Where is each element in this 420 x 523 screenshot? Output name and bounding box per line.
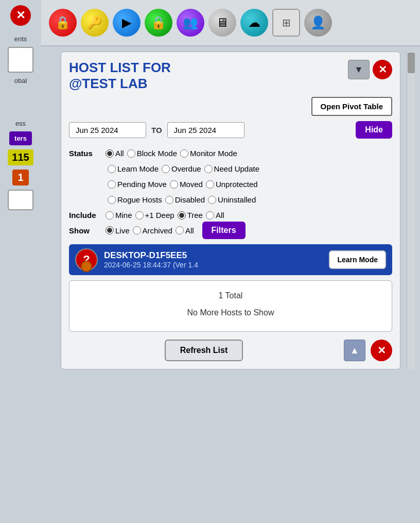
scrollbar-track[interactable] — [407, 52, 415, 369]
filter-funnel-button[interactable]: ▼ — [348, 60, 370, 79]
sidebar-close-button[interactable]: ✕ — [10, 5, 31, 26]
date-to-label: TO — [151, 126, 162, 134]
status-row-4: Rogue Hosts Disabled Uninstalled — [69, 192, 392, 208]
show-row: Show Live Archived All Filters — [69, 222, 392, 239]
status-need-update-option[interactable]: Need Update — [204, 161, 259, 177]
results-total: 1 Total — [80, 291, 381, 300]
host-datetime: 2024-06-25 18:44:37 (Ver 1.4 — [104, 261, 323, 269]
grid-icon[interactable]: ⊞ — [272, 9, 300, 37]
status-row-2: Learn Mode Overdue Need Update — [69, 161, 392, 177]
status-block-mode-option[interactable]: Block Mode — [127, 146, 177, 161]
results-no-more: No More Hosts to Show — [80, 308, 381, 317]
scrollbar-thumb[interactable] — [408, 53, 415, 73]
panel-header-icons: ▼ ✕ — [348, 60, 392, 79]
status-monitor-mode-option[interactable]: Monitor Mode — [180, 146, 237, 161]
panel-close-icon: ✕ — [378, 63, 387, 76]
show-archived-option[interactable]: Archived — [133, 226, 172, 235]
monitor-icon[interactable]: 🖥 — [208, 9, 236, 37]
top-toolbar: 🔒 🔑 ▶ 🔒 👥 🖥 ☁ ⊞ 👤 — [41, 0, 420, 46]
sidebar-square-1 — [8, 47, 33, 73]
scroll-up-button[interactable]: ▲ — [344, 340, 365, 361]
include-tree-option[interactable]: Tree — [178, 211, 203, 220]
badge-115: 115 — [8, 149, 33, 165]
results-box: 1 Total No More Hosts to Show — [69, 280, 392, 332]
status-rogue-hosts-option[interactable]: Rogue Hosts — [108, 192, 162, 208]
lock-icon[interactable]: 🔒 — [49, 9, 77, 37]
host-list-panel: HOST LIST FOR @TEST LAB ▼ ✕ Open Pivo — [61, 52, 400, 369]
hide-button[interactable]: Hide — [356, 121, 392, 139]
shield-icon[interactable]: 🔒 — [145, 9, 172, 37]
show-live-option[interactable]: Live — [106, 226, 130, 235]
arrow-up-icon: ▲ — [350, 345, 359, 356]
status-moved-option[interactable]: Moved — [170, 177, 203, 192]
status-pending-move-option[interactable]: Pending Move — [108, 177, 167, 192]
key-icon[interactable]: 🔑 — [81, 9, 109, 37]
show-label: Show — [69, 226, 102, 235]
status-learn-mode-option[interactable]: Learn Mode — [108, 161, 159, 177]
status-filter-section: Status All Block Mode Monitor Mode — [69, 146, 392, 208]
bottom-bar: Refresh List ▲ ✕ — [69, 340, 392, 361]
date-row: TO Hide — [69, 121, 392, 139]
sidebar-label-ents: ents — [14, 35, 27, 43]
cloud-icon[interactable]: ☁ — [240, 9, 268, 37]
date-from-input[interactable] — [69, 122, 146, 138]
sidebar-label-ess: ess — [15, 120, 26, 127]
refresh-list-button[interactable]: Refresh List — [165, 340, 243, 361]
filters-button[interactable]: Filters — [202, 222, 246, 239]
status-row-3: Pending Move Moved Unprotected — [69, 177, 392, 192]
left-sidebar: ✕ ents obal ess ters 115 1 — [0, 0, 41, 523]
status-overdue-option[interactable]: Overdue — [162, 161, 201, 177]
play-icon[interactable]: ▶ — [113, 9, 141, 37]
sidebar-bottom-square — [8, 190, 33, 210]
open-pivot-table-button[interactable]: Open Pivot Table — [311, 97, 392, 116]
host-icon: ? — [75, 248, 98, 271]
status-disabled-option[interactable]: Disabled — [165, 192, 205, 208]
host-row: ? DESKTOP-D1F5EE5 2024-06-25 18:44:37 (V… — [69, 244, 392, 275]
funnel-icon: ▼ — [354, 64, 363, 75]
badge-1: 1 — [12, 170, 28, 185]
include-label: Include — [69, 211, 102, 220]
host-learn-mode-button[interactable]: Learn Mode — [329, 250, 386, 269]
include-row: Include Mine +1 Deep Tree All — [69, 211, 392, 220]
host-name: DESKTOP-D1F5EE5 — [104, 250, 323, 261]
bottom-close-button[interactable]: ✕ — [371, 340, 392, 361]
status-label: Status — [69, 146, 102, 161]
include-all-option[interactable]: All — [206, 211, 224, 220]
status-row-1: Status All Block Mode Monitor Mode — [69, 146, 392, 161]
date-to-input[interactable] — [167, 122, 244, 138]
show-all-option[interactable]: All — [176, 226, 194, 235]
include-plus1deep-option[interactable]: +1 Deep — [135, 211, 174, 220]
bottom-close-icon: ✕ — [377, 344, 386, 357]
main-content: HOST LIST FOR @TEST LAB ▼ ✕ Open Pivo — [41, 46, 420, 523]
person-icon[interactable]: 👤 — [304, 9, 332, 37]
sidebar-label-global: obal — [14, 77, 27, 85]
panel-header: HOST LIST FOR @TEST LAB ▼ ✕ — [69, 60, 392, 92]
users-icon[interactable]: 👥 — [177, 9, 204, 37]
sidebar-filters-button[interactable]: ters — [9, 131, 32, 145]
status-uninstalled-option[interactable]: Uninstalled — [208, 192, 256, 208]
status-all-option[interactable]: All — [106, 146, 124, 161]
close-icon: ✕ — [16, 9, 25, 22]
panel-close-button[interactable]: ✕ — [373, 60, 392, 79]
include-mine-option[interactable]: Mine — [106, 211, 132, 220]
host-info: DESKTOP-D1F5EE5 2024-06-25 18:44:37 (Ver… — [104, 250, 323, 269]
panel-title: HOST LIST FOR @TEST LAB — [69, 60, 171, 92]
status-unprotected-option[interactable]: Unprotected — [206, 177, 258, 192]
